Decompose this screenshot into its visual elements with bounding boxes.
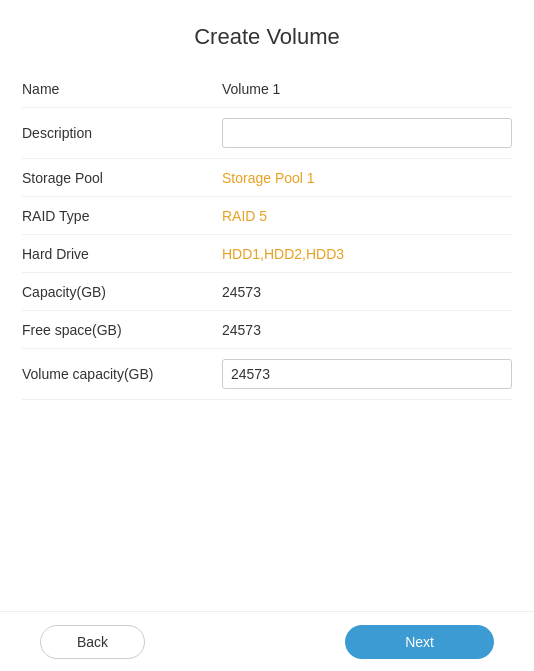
description-row: Description <box>22 108 512 159</box>
volume-capacity-label: Volume capacity(GB) <box>22 366 222 382</box>
volume-capacity-input[interactable] <box>222 359 512 389</box>
form-container: Name Volume 1 Description Storage Pool S… <box>0 70 534 400</box>
storage-pool-value: Storage Pool 1 <box>222 170 512 186</box>
storage-pool-label: Storage Pool <box>22 170 222 186</box>
storage-pool-row: Storage Pool Storage Pool 1 <box>22 159 512 197</box>
free-space-label: Free space(GB) <box>22 322 222 338</box>
description-label: Description <box>22 125 222 141</box>
name-value: Volume 1 <box>222 81 512 97</box>
hard-drive-label: Hard Drive <box>22 246 222 262</box>
raid-type-label: RAID Type <box>22 208 222 224</box>
free-space-value: 24573 <box>222 322 512 338</box>
raid-type-value: RAID 5 <box>222 208 512 224</box>
back-button[interactable]: Back <box>40 625 145 659</box>
page-title: Create Volume <box>0 0 534 70</box>
raid-type-row: RAID Type RAID 5 <box>22 197 512 235</box>
hard-drive-row: Hard Drive HDD1,HDD2,HDD3 <box>22 235 512 273</box>
name-row: Name Volume 1 <box>22 70 512 108</box>
name-label: Name <box>22 81 222 97</box>
volume-capacity-row: Volume capacity(GB) <box>22 349 512 400</box>
capacity-row: Capacity(GB) 24573 <box>22 273 512 311</box>
next-button[interactable]: Next <box>345 625 494 659</box>
description-input[interactable] <box>222 118 512 148</box>
footer: Back Next <box>0 611 534 671</box>
capacity-label: Capacity(GB) <box>22 284 222 300</box>
hard-drive-value: HDD1,HDD2,HDD3 <box>222 246 512 262</box>
capacity-value: 24573 <box>222 284 512 300</box>
free-space-row: Free space(GB) 24573 <box>22 311 512 349</box>
